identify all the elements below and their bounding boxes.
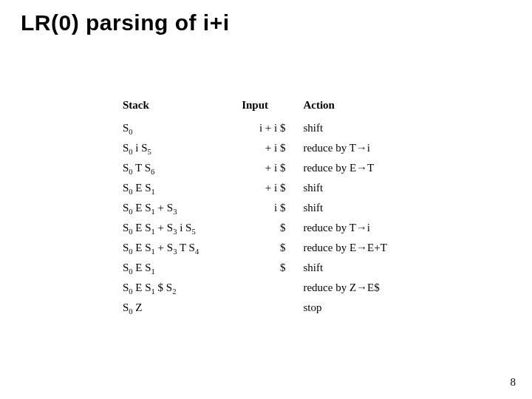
table-row: S0 E S1 $ S2reduce by Z→E$ <box>118 278 429 298</box>
cell-stack: S0 E S1 + S3 i S5 <box>118 218 237 238</box>
table-row: S0 T S6+ i $reduce by E→T <box>118 158 429 178</box>
cell-input <box>237 298 299 318</box>
cell-action: reduce by T→i <box>299 138 429 158</box>
cell-stack: S0 T S6 <box>118 158 237 178</box>
cell-action: shift <box>299 198 429 218</box>
cell-input: + i $ <box>237 178 299 198</box>
cell-action: stop <box>299 298 429 318</box>
cell-action: shift <box>299 258 429 278</box>
arrow-icon: → <box>356 222 367 234</box>
table-row: S0i + i $shift <box>118 118 429 139</box>
cell-action: reduce by E→T <box>299 158 429 178</box>
arrow-icon: → <box>356 162 367 174</box>
cell-action: reduce by Z→E$ <box>299 278 429 298</box>
header-stack: Stack <box>118 96 237 118</box>
table-row: S0 E S1$shift <box>118 258 429 278</box>
cell-input: $ <box>237 238 299 258</box>
arrow-icon: → <box>356 142 367 154</box>
cell-action: reduce by E→E+T <box>299 238 429 258</box>
table: Stack Input Action S0i + i $shiftS0 i S5… <box>118 96 429 318</box>
cell-stack: S0 E S1 $ S2 <box>118 278 237 298</box>
arrow-icon: → <box>356 242 367 254</box>
header-input: Input <box>237 96 299 118</box>
cell-input: i $ <box>237 198 299 218</box>
cell-stack: S0 E S1 <box>118 178 237 198</box>
page-number: 8 <box>511 376 516 389</box>
cell-stack: S0 Z <box>118 298 237 318</box>
cell-stack: S0 E S1 <box>118 258 237 278</box>
table-row: S0 Zstop <box>118 298 429 318</box>
table-row: S0 i S5+ i $reduce by T→i <box>118 138 429 158</box>
cell-action: reduce by T→i <box>299 218 429 238</box>
table-row: S0 E S1 + S3 T S4$reduce by E→E+T <box>118 238 429 258</box>
parse-table: Stack Input Action S0i + i $shiftS0 i S5… <box>118 96 429 318</box>
cell-stack: S0 <box>118 118 237 139</box>
cell-action: shift <box>299 118 429 139</box>
cell-input: $ <box>237 218 299 238</box>
cell-input <box>237 278 299 298</box>
header-action: Action <box>299 96 429 118</box>
cell-input: + i $ <box>237 158 299 178</box>
cell-stack: S0 i S5 <box>118 138 237 158</box>
cell-action: shift <box>299 178 429 198</box>
table-header-row: Stack Input Action <box>118 96 429 118</box>
cell-stack: S0 E S1 + S3 T S4 <box>118 238 237 258</box>
arrow-icon: → <box>356 282 367 294</box>
table-row: S0 E S1 + S3 i S5$reduce by T→i <box>118 218 429 238</box>
cell-input: $ <box>237 258 299 278</box>
cell-input: + i $ <box>237 138 299 158</box>
table-row: S0 E S1+ i $shift <box>118 178 429 198</box>
slide-title: LR(0) parsing of i+i <box>21 10 230 35</box>
cell-input: i + i $ <box>237 118 299 139</box>
cell-stack: S0 E S1 + S3 <box>118 198 237 218</box>
table-row: S0 E S1 + S3i $shift <box>118 198 429 218</box>
